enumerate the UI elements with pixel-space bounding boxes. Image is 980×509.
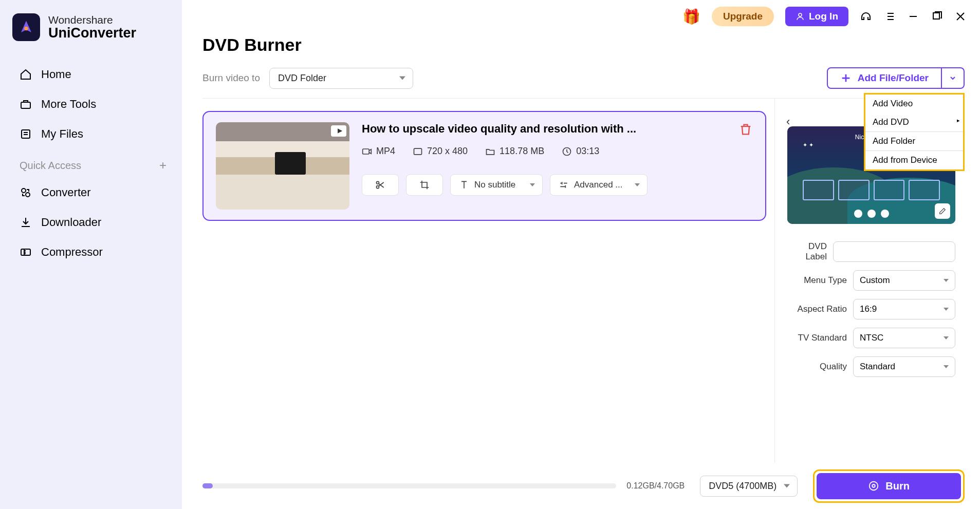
home-icon bbox=[20, 68, 32, 81]
text-icon bbox=[459, 180, 469, 190]
bottom-bar: 0.12GB/4.70GB DVD5 (4700MB) Burn bbox=[182, 463, 980, 509]
converter-icon bbox=[20, 186, 32, 199]
add-quick-access-icon[interactable]: + bbox=[159, 158, 167, 173]
scissors-icon bbox=[375, 180, 385, 190]
aspect-ratio-label: Aspect Ratio bbox=[787, 304, 847, 314]
file-resolution: 720 x 480 bbox=[427, 146, 468, 157]
delete-button[interactable] bbox=[738, 122, 753, 137]
dvd-label-input[interactable] bbox=[833, 241, 955, 262]
tv-standard-label: TV Standard bbox=[787, 333, 847, 343]
disc-icon bbox=[868, 480, 879, 492]
subtitle-value: No subtitle bbox=[474, 180, 515, 190]
svg-point-13 bbox=[870, 482, 878, 491]
user-icon bbox=[796, 12, 805, 21]
video-icon bbox=[362, 146, 372, 157]
clock-icon bbox=[562, 146, 572, 157]
sidebar-item-converter[interactable]: Converter bbox=[12, 178, 170, 208]
quality-select[interactable]: Standard bbox=[853, 356, 955, 377]
menu-type-select[interactable]: Custom bbox=[853, 270, 955, 291]
file-thumbnail[interactable] bbox=[216, 122, 349, 210]
gift-icon[interactable]: 🎁 bbox=[682, 8, 700, 25]
brand-company: Wondershare bbox=[48, 14, 136, 26]
quick-access-title: Quick Access bbox=[20, 160, 81, 172]
advanced-select[interactable]: Advanced ... bbox=[550, 174, 648, 196]
svg-rect-7 bbox=[933, 13, 939, 19]
sidebar-item-home[interactable]: Home bbox=[12, 60, 170, 89]
add-menu-add-folder[interactable]: Add Folder bbox=[865, 132, 963, 150]
preview-control-icon bbox=[854, 210, 862, 218]
app-logo: Wondershare UniConverter bbox=[0, 13, 182, 60]
preview-control-icon bbox=[867, 210, 876, 218]
menu-type-label: Menu Type bbox=[787, 275, 847, 286]
preview-prev-button[interactable]: ‹ bbox=[786, 115, 790, 128]
advanced-value: Advanced ... bbox=[574, 180, 623, 190]
page-title: DVD Burner bbox=[202, 35, 965, 55]
chapter-slot bbox=[874, 180, 905, 200]
disc-type-select[interactable]: DVD5 (4700MB) bbox=[700, 476, 798, 497]
chapter-slot bbox=[803, 180, 834, 200]
svg-rect-1 bbox=[21, 102, 30, 108]
burn-to-select[interactable]: DVD Folder bbox=[269, 68, 413, 89]
svg-rect-9 bbox=[414, 148, 422, 155]
edit-preview-button[interactable] bbox=[935, 203, 950, 219]
file-duration: 03:13 bbox=[576, 146, 599, 157]
minimize-icon[interactable] bbox=[907, 10, 919, 23]
maximize-icon[interactable] bbox=[931, 10, 943, 23]
login-label: Log In bbox=[809, 11, 838, 22]
add-menu-add-video[interactable]: Add Video bbox=[865, 95, 963, 113]
sidebar-item-compressor[interactable]: Compressor bbox=[12, 237, 170, 267]
resolution-icon bbox=[413, 146, 423, 157]
qa-item-label: Downloader bbox=[41, 216, 101, 229]
burn-to-value: DVD Folder bbox=[278, 73, 326, 84]
chapter-slot bbox=[838, 180, 870, 200]
headset-icon[interactable] bbox=[860, 10, 872, 23]
menu-type-value: Custom bbox=[860, 275, 890, 286]
folder-icon bbox=[485, 146, 495, 157]
chevron-down-icon bbox=[949, 74, 957, 82]
disc-type-value: DVD5 (4700MB) bbox=[709, 481, 776, 492]
subtitle-select[interactable]: No subtitle bbox=[450, 174, 543, 196]
file-item[interactable]: How to upscale video quality and resolut… bbox=[202, 111, 766, 221]
file-size: 118.78 MB bbox=[500, 146, 544, 157]
burn-to-label: Burn video to bbox=[202, 72, 260, 84]
menu-list-icon[interactable] bbox=[883, 10, 896, 23]
add-file-dropdown-menu: Add Video Add DVD Add Folder Add from De… bbox=[864, 93, 965, 171]
compressor-icon bbox=[20, 246, 32, 258]
qa-item-label: Compressor bbox=[41, 246, 103, 259]
crop-icon bbox=[419, 180, 430, 190]
login-button[interactable]: Log In bbox=[785, 7, 848, 26]
close-icon[interactable] bbox=[954, 10, 967, 23]
svg-point-14 bbox=[873, 484, 876, 487]
plus-icon bbox=[840, 72, 852, 84]
file-title: How to upscale video quality and resolut… bbox=[362, 122, 726, 136]
burn-button[interactable]: Burn bbox=[817, 473, 961, 499]
upgrade-button[interactable]: Upgrade bbox=[712, 7, 774, 26]
disc-usage-fill bbox=[202, 483, 213, 488]
add-menu-add-from-device[interactable]: Add from Device bbox=[865, 151, 963, 169]
sidebar-item-more-tools[interactable]: More Tools bbox=[12, 89, 170, 119]
svg-point-6 bbox=[799, 13, 802, 16]
disc-usage-text: 0.12GB/4.70GB bbox=[626, 481, 685, 491]
sidebar-item-my-files[interactable]: My Files bbox=[12, 119, 170, 149]
add-file-dropdown-button[interactable] bbox=[942, 67, 965, 89]
trim-button[interactable] bbox=[362, 174, 399, 196]
add-menu-add-dvd[interactable]: Add DVD bbox=[865, 113, 963, 131]
tv-standard-value: NTSC bbox=[860, 333, 883, 343]
logo-badge-icon bbox=[12, 13, 40, 41]
tv-standard-select[interactable]: NTSC bbox=[853, 328, 955, 348]
quality-value: Standard bbox=[860, 362, 895, 372]
files-icon bbox=[20, 128, 32, 140]
add-file-label: Add File/Folder bbox=[858, 72, 929, 84]
aspect-ratio-select[interactable]: 16:9 bbox=[853, 299, 955, 319]
burn-label: Burn bbox=[885, 480, 910, 492]
stars-icon: ✦ ✦ bbox=[803, 142, 813, 148]
download-icon bbox=[20, 216, 32, 229]
sidebar-item-downloader[interactable]: Downloader bbox=[12, 208, 170, 237]
chapter-slot bbox=[909, 180, 940, 200]
brand-product: UniConverter bbox=[48, 26, 136, 41]
sliders-icon bbox=[559, 180, 569, 190]
topbar: 🎁 Upgrade Log In bbox=[182, 0, 980, 29]
sidebar: Wondershare UniConverter Home More Tools… bbox=[0, 0, 182, 509]
add-file-button[interactable]: Add File/Folder bbox=[827, 67, 942, 89]
crop-button[interactable] bbox=[406, 174, 443, 196]
